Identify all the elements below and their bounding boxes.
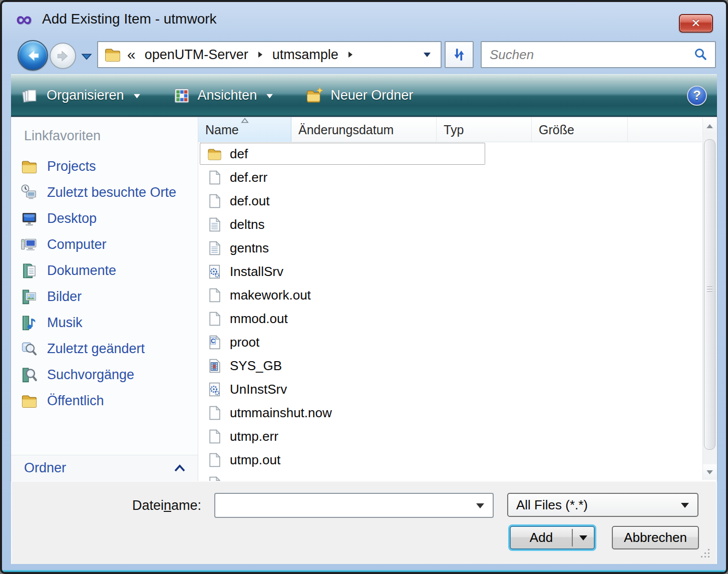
column-header-row: NameÄnderungsdatumTypGröße: [198, 117, 702, 142]
filename-label: Dateiname:: [11, 493, 201, 518]
screen: ∞ Add Existing Item - utmwork ✕ « ope: [0, 0, 728, 574]
file-text-icon: [206, 216, 223, 233]
file-name: SYS_GB: [230, 358, 282, 374]
breadcrumb-separator-icon[interactable]: [256, 50, 264, 59]
breadcrumb[interactable]: « openUTM-Serverutmsample: [97, 41, 442, 68]
file-row-deltns[interactable]: deltns: [198, 213, 702, 236]
file-name: utmmainshut.now: [230, 405, 332, 421]
file-c-icon: C: [206, 334, 223, 351]
column-header-label: Änderungsdatum: [298, 123, 394, 137]
column-header-grosse[interactable]: Größe: [532, 117, 628, 142]
file-name: UnInstSrv: [230, 382, 287, 397]
sidebar-item-projects[interactable]: Projects: [11, 153, 198, 179]
resize-grip[interactable]: [699, 547, 711, 559]
file-row-def-err[interactable]: def.err: [198, 166, 702, 189]
sidebar-item-offentlich[interactable]: Öffentlich: [11, 388, 198, 414]
toolbar-item-label: Ansichten: [198, 88, 257, 103]
chevron-down-icon: [680, 501, 689, 508]
file-name: utmp.err: [230, 429, 278, 444]
sidebar-item-desktop[interactable]: Desktop: [11, 205, 198, 231]
sidebar-item-label: Zuletzt geändert: [47, 341, 145, 357]
add-button[interactable]: Add: [510, 526, 595, 549]
scroll-up-button[interactable]: [703, 118, 716, 134]
refresh-button[interactable]: [445, 41, 474, 68]
column-header-name[interactable]: Name: [198, 117, 291, 142]
views-icon: [172, 86, 191, 105]
search-input[interactable]: [482, 47, 693, 63]
file-blank-icon: [206, 475, 223, 481]
sidebar-item-label: Desktop: [47, 211, 97, 226]
breadcrumb-segment-utmsample[interactable]: utmsample: [269, 47, 341, 63]
breadcrumb-overflow-button[interactable]: «: [127, 46, 136, 63]
sidebar-item-label: Öffentlich: [47, 393, 104, 409]
add-dropdown-button[interactable]: [573, 527, 594, 548]
close-button[interactable]: ✕: [679, 14, 713, 33]
sidebar-item-bilder[interactable]: Bilder: [11, 283, 198, 310]
folder-icon: [206, 146, 223, 162]
sidebar-item-zuletzt-geandert[interactable]: Zuletzt geändert: [11, 336, 198, 362]
sidebar-item-dokumente[interactable]: Dokumente: [11, 257, 198, 283]
file-name: makework.out: [230, 288, 311, 303]
file-row-sys-gb[interactable]: SYS_GB: [198, 354, 702, 378]
file-blank-icon: [206, 311, 223, 327]
chevron-down-icon: [476, 502, 485, 509]
file-row-mmod-out[interactable]: mmod.out: [198, 307, 702, 331]
file-row-utmp-err[interactable]: utmp.err: [198, 425, 702, 448]
folders-expander[interactable]: Ordner: [11, 455, 198, 481]
forward-button[interactable]: [50, 43, 76, 69]
refresh-icon: [451, 46, 468, 63]
file-row[interactable]: [198, 472, 702, 481]
breadcrumb-segment-openutm-server[interactable]: openUTM-Server: [142, 47, 251, 63]
sidebar-item-computer[interactable]: Computer: [11, 231, 198, 257]
toolbar-item-ansichten[interactable]: Ansichten: [172, 86, 274, 105]
file-row-gentns[interactable]: gentns: [198, 236, 702, 260]
toolbar-item-organisieren[interactable]: Organisieren: [21, 86, 141, 105]
file-name: InstallSrv: [230, 264, 283, 279]
help-button[interactable]: ?: [687, 86, 707, 106]
file-text-icon: [206, 240, 223, 256]
command-toolbar: OrganisierenAnsichtenNeuer Ordner ?: [11, 74, 717, 117]
cancel-button[interactable]: Abbrechen: [612, 526, 699, 549]
chevron-down-icon: [423, 51, 432, 58]
sidebar-item-label: Dokumente: [47, 263, 116, 278]
column-header-anderungsdatum[interactable]: Änderungsdatum: [291, 117, 437, 142]
back-button[interactable]: [18, 40, 48, 71]
sidebar-item-musik[interactable]: Musik: [11, 310, 198, 336]
filename-dropdown-button[interactable]: [476, 502, 485, 509]
sidebar-item-zuletzt-besuchte-orte[interactable]: Zuletzt besuchte Orte: [11, 179, 198, 205]
breadcrumb-separator-icon[interactable]: [346, 50, 354, 59]
file-blank-icon: [206, 169, 223, 186]
scrollbar-thumb[interactable]: [704, 139, 715, 450]
file-row-proot[interactable]: Cproot: [198, 331, 702, 354]
scroll-down-button[interactable]: [703, 464, 716, 480]
file-row-def-out[interactable]: def.out: [198, 189, 702, 213]
file-setup-icon: [206, 381, 223, 398]
title-bar[interactable]: ∞ Add Existing Item - utmwork ✕: [2, 2, 726, 36]
file-row-uninstsrv[interactable]: UnInstSrv: [198, 378, 702, 401]
file-row-def[interactable]: def: [198, 142, 702, 166]
file-name: utmp.out: [230, 452, 280, 468]
file-row-utmp-out[interactable]: utmp.out: [198, 448, 702, 472]
footer-panel: Dateiname: All Files (*.*) Add: [11, 481, 717, 564]
chevron-up-icon: [174, 464, 186, 472]
breadcrumb-dropdown-button[interactable]: [423, 51, 432, 58]
desktop-icon: [20, 209, 39, 228]
sidebar-item-label: Musik: [47, 315, 83, 331]
pictures-icon: [20, 288, 39, 306]
file-row-utmmainshut-now[interactable]: utmmainshut.now: [198, 401, 702, 425]
sidebar-item-label: Computer: [47, 237, 107, 252]
add-button-label: Add: [511, 527, 572, 548]
folder-icon: [20, 157, 39, 176]
toolbar-item-neuer-ordner[interactable]: Neuer Ordner: [305, 86, 413, 105]
filename-combobox: [214, 493, 494, 518]
column-header-typ[interactable]: Typ: [437, 117, 532, 142]
sidebar-item-suchvorgange[interactable]: Suchvorgänge: [11, 362, 198, 388]
chevron-down-icon: [706, 470, 713, 475]
file-row-makework-out[interactable]: makework.out: [198, 283, 702, 307]
vertical-scrollbar[interactable]: [702, 118, 716, 480]
filename-input[interactable]: [215, 498, 476, 513]
question-mark-icon: ?: [693, 88, 701, 103]
recent-pages-dropdown[interactable]: [81, 52, 92, 61]
file-row-installsrv[interactable]: InstallSrv: [198, 260, 702, 283]
file-type-select[interactable]: All Files (*.*): [507, 493, 698, 517]
